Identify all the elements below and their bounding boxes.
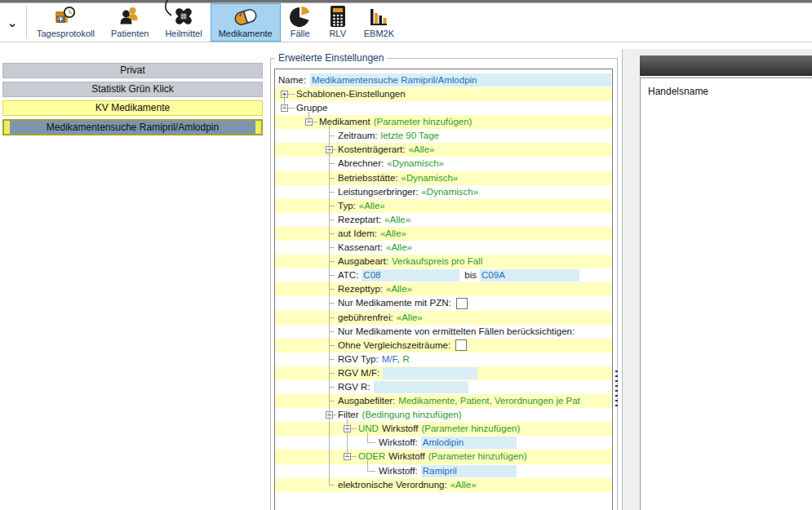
tree-row-label: bis — [464, 268, 477, 282]
value-field[interactable]: Ramipril — [421, 465, 517, 477]
tree-row-content: Betriebsstätte:«Dynamisch» — [338, 171, 461, 185]
tree-connector — [329, 163, 335, 164]
tree-row-label: Schablonen-Einstellungen — [296, 87, 406, 101]
tree-row-value: (Parameter hinzufügen) — [374, 115, 473, 129]
tree-row-content: Wirkstoff:Ramipril — [379, 464, 521, 478]
panel-splitter-grip[interactable] — [615, 370, 618, 406]
calculator-icon — [328, 5, 348, 28]
tree-row-value: «Alle» — [359, 199, 385, 213]
tree-row-content: Medikament(Parameter hinzufügen) — [319, 115, 475, 129]
bar-chart-icon — [367, 5, 390, 28]
tree-row-label: Medikament — [319, 115, 371, 129]
tree-row-elektronische-verordnung[interactable]: elektronische Verordnung:«Alle» — [275, 478, 612, 492]
value-field[interactable]: Amlodipin — [421, 437, 517, 449]
toolbar-button-faelle[interactable]: Fälle — [281, 3, 320, 42]
tree-row-wirkstoff-ramipril[interactable]: Wirkstoff:Ramipril — [275, 464, 612, 478]
sidebar-item-statistik-gruen-klick[interactable]: Statistik Grün Klick — [2, 82, 263, 97]
tree-row-nur-medikamente-von-ermittelten-faellen[interactable]: Nur Medikamente von ermittelten Fällen b… — [275, 325, 612, 339]
toolbar-overflow-chevron-icon[interactable]: ⌄ — [0, 3, 24, 42]
tree-row-typ[interactable]: Typ:«Alle» — [275, 199, 612, 213]
sidebar-item-kv-medikamente[interactable]: KV Medikamente — [2, 100, 263, 116]
tree-row-value: «Alle» — [408, 143, 434, 157]
tree-row-oder-wirkstoff[interactable]: −ODERWirkstoff(Parameter hinzufügen) — [275, 450, 612, 463]
tree-row-label: RGV M/F: — [338, 366, 379, 380]
calendar-clock-icon: 12 — [53, 5, 78, 28]
toolbar-button-label: Tagesprotokoll — [37, 29, 95, 38]
toolbar-button-label: Fälle — [291, 29, 310, 38]
sidebar-item-privat[interactable]: Privat — [2, 63, 263, 78]
tree-row-zeitraum[interactable]: Zeitraum:letzte 90 Tage — [275, 129, 612, 143]
tree-row-leistungserbringer[interactable]: Leistungserbringer:«Dynamisch» — [275, 185, 612, 199]
tree-row-rgv-mf[interactable]: RGV M/F: — [275, 366, 612, 380]
tree-connector — [329, 178, 335, 179]
tree-row-filter[interactable]: −Filter(Bedingung hinzufügen) — [275, 408, 612, 422]
tree-connector — [329, 485, 335, 486]
tree-row-ausgabeart[interactable]: Ausgabeart:Verkaufspreis pro Fall — [275, 255, 612, 268]
tree-connector — [329, 289, 335, 290]
tree-row-abrechner[interactable]: Abrechner:«Dynamisch» — [275, 157, 612, 171]
tree-row-rezeptart[interactable]: Rezeptart:«Alle» — [275, 213, 612, 227]
tree-row-value: Medikamente, Patient, Verordnungen je Pa… — [398, 394, 579, 408]
tree-row-content: aut Idem:«Alle» — [338, 227, 410, 241]
tree-row-rgv-r[interactable]: RGV R: — [275, 380, 612, 394]
tree-row-aut-idem[interactable]: aut Idem:«Alle» — [275, 227, 612, 241]
tree-row-value: ODER — [358, 450, 385, 463]
tree-row-und-wirkstoff[interactable]: −UNDWirkstoff(Parameter hinzufügen) — [275, 422, 612, 436]
value-field[interactable] — [374, 381, 468, 393]
toolbar-button-rlv[interactable]: RLV — [320, 3, 356, 42]
name-label: Name: — [278, 73, 306, 87]
tree-row-value: «Dynamisch» — [402, 171, 459, 185]
tree-row-label: Ausgabefilter: — [338, 394, 395, 408]
svg-text:12: 12 — [57, 16, 64, 23]
tree-row-label: Zeitraum: — [338, 129, 378, 143]
tree-connector — [329, 317, 335, 318]
toolbar-button-medikamente[interactable]: Medikamente — [211, 3, 281, 42]
tree-row-gruppe[interactable]: −Gruppe — [275, 101, 612, 115]
checkbox[interactable] — [456, 298, 468, 309]
tree-row-value: «Alle» — [386, 282, 412, 296]
tree-row-rezepttyp[interactable]: Rezepttyp:«Alle» — [275, 282, 612, 296]
tree-connector — [329, 401, 335, 401]
tree-row-label: Filter — [338, 408, 359, 422]
sidebar-item-medikamentensuche[interactable]: Medikamentensuche Ramipril/Amlodpin — [2, 119, 263, 135]
toolbar-button-ebm2k[interactable]: EBM2K — [356, 3, 402, 42]
tree-row-ausgabefilter[interactable]: Ausgabefilter:Medikamente, Patient, Vero… — [275, 394, 612, 408]
tree-row-wirkstoff-amlodipin[interactable]: Wirkstoff:Amlodipin — [275, 436, 612, 450]
tree-row-value: R — [402, 353, 409, 366]
results-list[interactable]: Handelsname — [640, 78, 812, 510]
statistics-sidebar: PrivatStatistik Grün KlickKV Medikamente… — [2, 63, 263, 139]
tree-row-medikament[interactable]: −Medikament(Parameter hinzufügen) — [275, 115, 612, 129]
tree-row-value: «Alle» — [450, 478, 477, 492]
tree-row-value: «Alle» — [380, 227, 406, 241]
tree-row-kassenart[interactable]: Kassenart:«Alle» — [275, 241, 612, 255]
application-window: ⌄ 12 Tagesprotokoll Patienten Heilmittel… — [0, 0, 812, 510]
tree-connector — [351, 456, 357, 457]
tree-row-rgv-typ[interactable]: RGV Typ:M/F,R — [275, 353, 612, 366]
value-field[interactable] — [383, 367, 477, 379]
tree-row-value: «Alle» — [386, 241, 412, 255]
tree-row-label: Rezepttyp: — [338, 282, 383, 296]
checkbox[interactable] — [455, 339, 467, 351]
tree-row-value: «Alle» — [384, 213, 410, 227]
settings-tree: +Schablonen-Einstellungen−Gruppe−Medikam… — [275, 87, 612, 492]
tree-row-kostentraegerart[interactable]: −Kostenträgerart:«Alle» — [275, 143, 612, 157]
value-field[interactable]: C09A — [480, 269, 579, 282]
tree-row-content: ODERWirkstoff(Parameter hinzufügen) — [358, 450, 530, 463]
toolbar-button-tagesprotokoll[interactable]: 12 Tagesprotokoll — [29, 3, 103, 42]
tree-row-ohne-vergleichszeitraeume[interactable]: Ohne Vergleichszeiträume: — [275, 339, 612, 353]
tree-row-label: Wirkstoff: — [379, 464, 418, 478]
tree-row-atc[interactable]: ATC:C08bisC09A — [275, 268, 612, 282]
tree-row-betriebsstaette[interactable]: Betriebsstätte:«Dynamisch» — [275, 171, 612, 185]
tree-row-content: RGV R: — [338, 380, 473, 394]
tree-row-schablonen-einstellungen[interactable]: +Schablonen-Einstellungen — [275, 87, 612, 101]
tree-row-content: ATC:C08bisC09A — [338, 268, 584, 282]
tree-row-label: Rezeptart: — [338, 213, 381, 227]
tree-row-nur-medikamente-mit-pzn[interactable]: Nur Medikamente mit PZN: — [275, 296, 612, 310]
toolbar-button-patienten[interactable]: Patienten — [103, 3, 157, 42]
value-field[interactable]: C08 — [362, 269, 459, 282]
tree-connector — [288, 108, 295, 109]
tree-row-gebuehrenfrei[interactable]: gebührenfrei:«Alle» — [275, 311, 612, 325]
toolbar-button-label: RLV — [329, 29, 346, 38]
tree-connector — [308, 112, 309, 122]
name-value-field[interactable]: Medikamentensuche Ramipril/Amlodpin — [310, 73, 611, 86]
